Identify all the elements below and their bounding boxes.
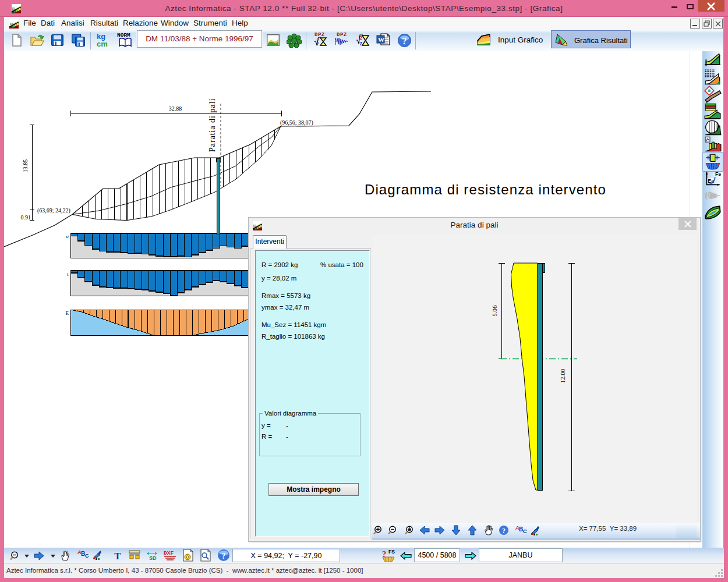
svg-text:FS: FS xyxy=(388,549,395,555)
svg-text:Diagramma di resistenza interv: Diagramma di resistenza intervento xyxy=(365,182,606,197)
svg-text:?: ? xyxy=(402,36,407,46)
svg-text:T: T xyxy=(114,551,121,562)
svg-text:(63,69; 24,22): (63,69; 24,22) xyxy=(37,207,70,214)
svg-text:?: ? xyxy=(222,552,226,560)
svg-text:(96,56; 38,07): (96,56; 38,07) xyxy=(280,119,313,126)
svg-text:C: C xyxy=(85,553,89,559)
svg-text:2: 2 xyxy=(359,35,362,41)
svg-text:SD: SD xyxy=(149,555,157,561)
svg-text:13.85: 13.85 xyxy=(22,159,29,173)
svg-text:E: E xyxy=(66,310,69,316)
svg-text:Fs: Fs xyxy=(715,171,721,177)
svg-text:2: 2 xyxy=(317,38,319,42)
svg-text:σ: σ xyxy=(66,233,69,239)
svg-text:?: ? xyxy=(382,549,387,559)
svg-text:7: 7 xyxy=(317,42,319,46)
svg-text:DXF: DXF xyxy=(164,550,174,556)
svg-text:5.06: 5.06 xyxy=(491,305,498,317)
svg-text:12.00: 12.00 xyxy=(559,368,566,383)
svg-text:τ: τ xyxy=(66,271,69,277)
svg-text:Paratia di pali: Paratia di pali xyxy=(207,98,217,152)
svg-text:32.88: 32.88 xyxy=(169,105,182,112)
svg-text:Ea: Ea xyxy=(708,178,714,184)
svg-text:C: C xyxy=(523,528,527,534)
svg-text:W: W xyxy=(378,36,384,43)
svg-text:0.91: 0.91 xyxy=(21,214,31,221)
svg-text:?: ? xyxy=(502,527,506,535)
